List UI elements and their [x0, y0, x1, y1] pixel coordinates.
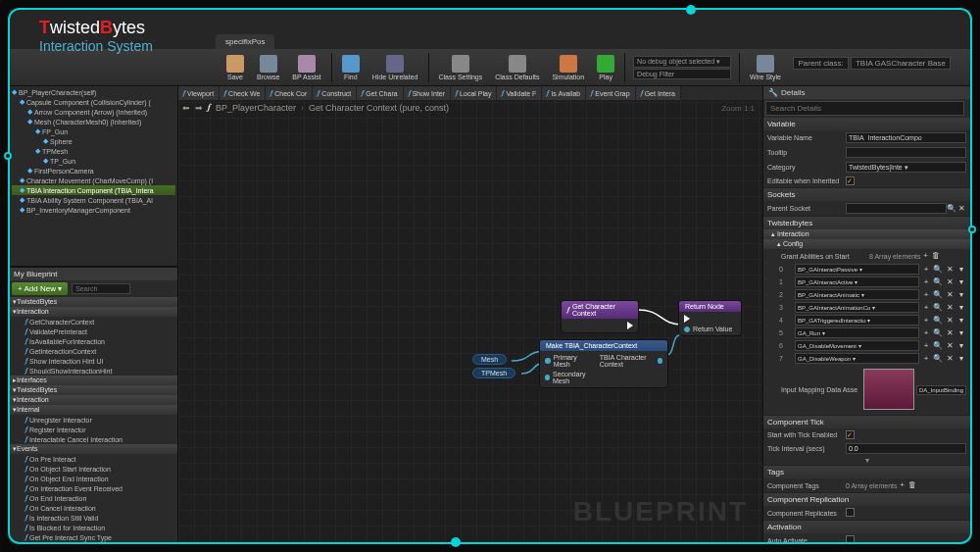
asset-thumbnail[interactable] — [863, 369, 914, 410]
trash-icon[interactable]: 🗑 — [931, 251, 941, 261]
category-header[interactable]: ▾TwistedBytes — [10, 297, 177, 307]
category-select[interactable] — [846, 162, 966, 173]
graph-tab[interactable]: 𝒇Check We — [220, 86, 266, 100]
blueprint-item[interactable]: 𝒇 ValidatePreInteract — [10, 326, 177, 336]
add-icon[interactable]: + — [921, 341, 931, 351]
clear-icon[interactable]: ✕ — [945, 316, 955, 326]
save-button[interactable]: Save — [220, 53, 250, 82]
debug-object-select[interactable]: No debug object selected ▾ — [633, 56, 731, 68]
graph-tab[interactable]: 𝒇Local Play — [451, 86, 497, 100]
wire-style-button[interactable]: Wire Style — [744, 53, 787, 82]
tooltip-input[interactable] — [846, 147, 966, 158]
search-icon[interactable]: 🔍 — [933, 290, 943, 300]
blueprint-item[interactable]: 𝒇 Unregister Interactor — [10, 415, 177, 425]
add-icon[interactable]: + — [921, 328, 931, 338]
dropdown-icon[interactable]: ▾ — [956, 303, 966, 313]
category-header[interactable]: ▾Internal — [10, 405, 177, 415]
blueprint-item[interactable]: 𝒇 Is Interaction Still Valid — [10, 513, 177, 523]
class-settings-button[interactable]: Class Settings — [433, 53, 489, 82]
component-item[interactable]: ◆ FP_Gun — [12, 126, 175, 136]
blueprint-item[interactable]: 𝒇 On Object End Interaction — [10, 474, 177, 483]
component-item[interactable]: ◆ Capsule Component (CollisionCylinder) … — [12, 97, 175, 107]
dropdown-icon[interactable]: ▾ — [956, 265, 966, 275]
component-item[interactable]: ◆ BP_PlayerCharacter(self) — [12, 87, 175, 97]
component-item[interactable]: ◆ TBIA Ability System Component (TBIA_Al — [12, 195, 175, 205]
add-icon[interactable]: + — [921, 303, 931, 313]
ability-select[interactable]: GA_DisableWeapon ▾ — [795, 353, 919, 364]
blueprint-item[interactable]: 𝒇 Show Interaction Hint UI — [10, 356, 177, 366]
graph-editor[interactable]: 𝒇Viewport𝒇Check We𝒇Check Cor𝒇Construct𝒇G… — [178, 86, 762, 542]
clear-icon[interactable]: ✕ — [945, 341, 955, 351]
blueprint-item[interactable]: 𝒇 On End Interaction — [10, 493, 177, 503]
play-button[interactable]: Play — [591, 53, 620, 82]
graph-tab[interactable]: 𝒇Get Chara — [357, 86, 403, 100]
debug-filter[interactable]: Debug Filter — [633, 69, 731, 79]
component-item[interactable]: ◆ Sphere — [12, 136, 175, 146]
component-item[interactable]: ◆ FirstPersonCamera — [12, 166, 175, 176]
component-item[interactable]: ◆ TPMesh — [12, 146, 175, 156]
top-tab[interactable]: specifixPos — [216, 34, 274, 49]
clear-icon[interactable]: ✕ — [956, 204, 966, 214]
dropdown-icon[interactable]: ▾ — [956, 290, 966, 300]
clear-icon[interactable]: ✕ — [945, 328, 955, 338]
tick-enabled-checkbox[interactable] — [846, 430, 855, 439]
graph-tab[interactable]: 𝒇Get Intera — [636, 86, 681, 100]
hide-button[interactable]: Hide Unrelated — [367, 53, 424, 82]
component-item[interactable]: ◆ Arrow Component (Arrow) (Inherited) — [12, 107, 175, 117]
ability-select[interactable]: BP_GATriggeredInteractio ▾ — [795, 315, 919, 326]
ability-select[interactable]: BP_GAInteractAnimatic ▾ — [795, 289, 919, 300]
variable-name-input[interactable] — [846, 132, 966, 143]
add-icon[interactable]: + — [921, 251, 931, 261]
search-icon[interactable]: 🔍 — [933, 265, 943, 275]
component-item[interactable]: ◆ TP_Gun — [12, 156, 175, 166]
details-search[interactable] — [765, 101, 964, 116]
blueprint-item[interactable]: 𝒇 Get Pre Interact Sync Type — [10, 532, 177, 542]
component-item[interactable]: ◆ Mesh (CharacterMesh0) (Inherited) — [12, 117, 175, 126]
auto-activate-checkbox[interactable] — [846, 535, 855, 542]
component-item[interactable]: ◆ BP_InventoryManagerComponent — [12, 205, 175, 215]
blueprint-item[interactable]: 𝒇 On Interaction Event Received — [10, 483, 177, 493]
class-defaults-button[interactable]: Class Defaults — [489, 53, 545, 82]
component-item[interactable]: ◆ Character Movement (CharMoveComp) (I — [12, 176, 175, 185]
ability-select[interactable]: GA_Run ▾ — [795, 327, 919, 338]
blueprint-search[interactable] — [72, 283, 130, 294]
category-header[interactable]: ▾TwistedBytes — [10, 385, 177, 395]
search-icon[interactable]: 🔍 — [933, 354, 943, 364]
mesh-pin[interactable]: Mesh — [472, 354, 507, 365]
blueprint-item[interactable]: 𝒇 GetCharacterContext — [10, 317, 177, 326]
graph-tab[interactable]: 𝒇Is Availab — [542, 86, 586, 100]
simulation-button[interactable]: Simulation — [546, 53, 590, 82]
blueprint-item[interactable]: 𝒇 Interactable Cancel Interaction — [10, 434, 177, 444]
blueprint-item[interactable]: 𝒇 ShouldShowInteractionHint — [10, 366, 177, 376]
parent-socket-input[interactable] — [846, 203, 947, 214]
category-header[interactable]: ▸Interfaces — [10, 376, 177, 385]
search-icon[interactable]: 🔍 — [947, 204, 956, 214]
graph-tab[interactable]: 𝒇Event Grap — [586, 86, 635, 100]
input-mapping-select[interactable]: DA_InputBinding — [916, 385, 966, 395]
dropdown-icon[interactable]: ▾ — [956, 341, 966, 351]
clear-icon[interactable]: ✕ — [945, 354, 955, 364]
clear-icon[interactable]: ✕ — [945, 277, 955, 287]
blueprint-item[interactable]: 𝒇 IsAvailableForInteraction — [10, 336, 177, 346]
dropdown-icon[interactable]: ▾ — [956, 316, 966, 326]
ability-select[interactable]: BP_GAInteractAnimationCo ▾ — [795, 302, 919, 313]
blueprint-item[interactable]: 𝒇 Is Blocked for Interaction — [10, 523, 177, 532]
search-icon[interactable]: 🔍 — [933, 316, 943, 326]
search-icon[interactable]: 🔍 — [933, 303, 943, 313]
replicates-checkbox[interactable] — [846, 508, 855, 517]
category-header[interactable]: ▾Events — [10, 444, 177, 454]
dropdown-icon[interactable]: ▾ — [956, 277, 966, 287]
ability-select[interactable]: BP_GAInteractActive ▾ — [795, 276, 919, 287]
clear-icon[interactable]: ✕ — [945, 265, 955, 275]
category-header[interactable]: ▾Interaction — [10, 307, 177, 317]
find-button[interactable]: Find — [336, 53, 366, 82]
bpassist-button[interactable]: BP Assist — [286, 53, 326, 82]
search-icon[interactable]: 🔍 — [933, 328, 943, 338]
clear-icon[interactable]: ✕ — [945, 303, 955, 313]
graph-tab[interactable]: 𝒇Construct — [313, 86, 357, 100]
component-item[interactable]: ◆ TBIA Interaction Component (TBIA_Inter… — [12, 185, 175, 195]
ability-select[interactable]: BP_GAInteractPassive ▾ — [795, 264, 919, 275]
clear-icon[interactable]: ✕ — [945, 290, 955, 300]
editable-checkbox[interactable] — [846, 176, 855, 185]
add-icon[interactable]: + — [921, 316, 931, 326]
